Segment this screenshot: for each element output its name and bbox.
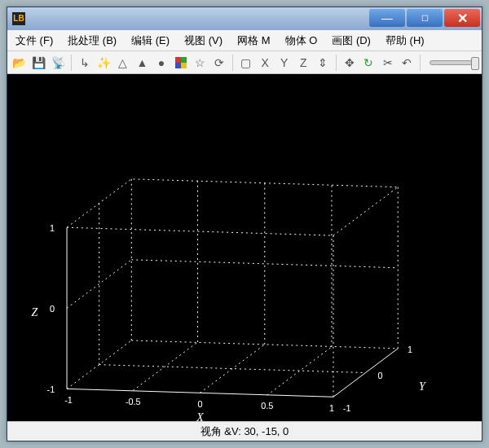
menu-grid[interactable]: 网格 M (234, 32, 273, 50)
x-tick-p1: 1 (329, 403, 334, 413)
statusbar: 视角 &V: 30, -15, 0 (7, 421, 482, 441)
status-text: 视角 &V: 30, -15, 0 (200, 424, 289, 439)
undo-icon[interactable]: ↶ (399, 54, 416, 72)
triangle-icon[interactable]: △ (114, 54, 132, 72)
minimize-button[interactable]: — (369, 9, 405, 27)
z-tick-m1: -1 (47, 384, 55, 394)
y-tick-p1: 1 (408, 345, 412, 354)
3d-plot: 1 0 -1 Z -1 -0.5 0 0.5 1 X -1 0 1 Y (7, 74, 482, 421)
y-tick-0: 0 (377, 371, 382, 380)
z-axis-label: Z (32, 306, 38, 318)
svg-rect-1 (181, 57, 187, 63)
toolbar: 📂 💾 📡 ↳ ✨ △ ▲ ● ☆ ⟳ ▢ X Y Z ⇕ ✥ ↻ ✂ ↶ (7, 51, 482, 74)
close-button[interactable]: ✕ (444, 9, 480, 27)
menu-file[interactable]: 文件 (F) (12, 32, 56, 50)
menu-plot[interactable]: 画图 (D) (328, 32, 374, 50)
menu-view[interactable]: 视图 (V) (181, 32, 226, 50)
x-tick-m1: -1 (64, 395, 73, 405)
3d-viewport[interactable]: 1 0 -1 Z -1 -0.5 0 0.5 1 X -1 0 1 Y (7, 74, 482, 421)
menu-edit[interactable]: 编辑 (E) (128, 32, 173, 50)
blob-icon[interactable]: ● (152, 54, 170, 72)
triangle2-icon[interactable]: ▲ (134, 54, 152, 72)
slider-thumb-icon[interactable] (471, 57, 479, 70)
x-axis-label: X (196, 411, 204, 421)
svg-line-13 (200, 345, 265, 393)
y-axis-icon[interactable]: Y (275, 54, 293, 72)
toolbar-separator (336, 55, 337, 71)
light-icon[interactable]: ✨ (95, 54, 112, 72)
star-icon[interactable]: ☆ (191, 54, 209, 72)
x-tick-0: 0 (197, 399, 202, 409)
antenna-icon[interactable]: 📡 (49, 54, 67, 72)
y-axis-label: Y (419, 380, 426, 393)
axis-icon[interactable]: ↳ (76, 54, 94, 72)
scissors-icon[interactable]: ✂ (379, 54, 397, 72)
palette-icon[interactable] (172, 54, 190, 72)
reload-icon[interactable]: ↻ (359, 54, 377, 72)
updown-icon[interactable]: ⇕ (314, 54, 332, 72)
open-icon[interactable]: 📂 (11, 54, 29, 72)
svg-rect-0 (175, 57, 181, 63)
z-axis-icon[interactable]: Z (295, 54, 313, 72)
svg-rect-2 (175, 63, 181, 68)
menubar: 文件 (F) 批处理 (B) 编辑 (E) 视图 (V) 网格 M 物体 O 画… (7, 30, 482, 51)
menu-help[interactable]: 帮助 (H) (382, 32, 428, 50)
x-axis-icon[interactable]: X (256, 54, 274, 72)
toolbar-separator (420, 55, 421, 71)
save-icon[interactable]: 💾 (30, 54, 48, 72)
window-controls: — ☐ ✕ (369, 7, 482, 30)
menu-object[interactable]: 物体 O (282, 32, 321, 50)
z-tick-0: 0 (50, 304, 55, 314)
x-tick-m05: -0.5 (126, 397, 141, 406)
toolbar-separator (232, 55, 233, 71)
maximize-button[interactable]: ☐ (407, 9, 443, 27)
refresh-icon[interactable]: ⟳ (210, 54, 228, 72)
box-icon[interactable]: ▢ (237, 54, 255, 72)
titlebar[interactable]: LB — ☐ ✕ (7, 7, 482, 30)
toolbar-separator (71, 55, 72, 71)
app-window: LB — ☐ ✕ 文件 (F) 批处理 (B) 编辑 (E) 视图 (V) 网格… (7, 7, 482, 441)
zoom-slider[interactable] (430, 60, 478, 65)
x-tick-p05: 0.5 (261, 401, 273, 411)
y-tick-m1: -1 (343, 403, 351, 413)
app-icon: LB (12, 12, 25, 25)
move-icon[interactable]: ✥ (341, 54, 359, 72)
z-tick-1: 1 (50, 223, 55, 233)
svg-line-6 (333, 349, 398, 397)
svg-rect-3 (181, 63, 187, 68)
menu-batch[interactable]: 批处理 (B) (64, 32, 120, 50)
